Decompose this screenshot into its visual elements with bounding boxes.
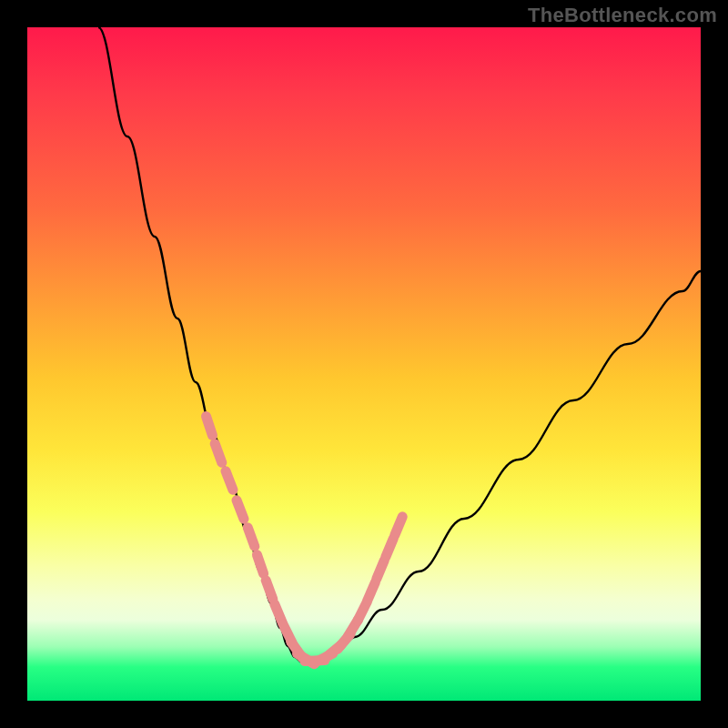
marker-dash	[226, 471, 233, 490]
marker-dash	[248, 528, 255, 547]
marker-dash	[395, 517, 402, 535]
curve-layer	[27, 27, 701, 701]
chart-container: TheBottleneck.com	[0, 0, 728, 728]
marker-dash	[386, 539, 393, 557]
marker-dash	[237, 500, 244, 520]
marker-dash	[368, 582, 376, 601]
plot-area	[27, 27, 701, 701]
marker-dash	[257, 555, 263, 574]
marker-dash	[215, 444, 222, 463]
marker-group	[207, 417, 403, 664]
marker-dash	[377, 561, 384, 579]
marker-dash	[207, 417, 213, 436]
marker-dash	[266, 581, 273, 600]
watermark-text: TheBottleneck.com	[528, 4, 717, 27]
main-curve-path	[98, 27, 701, 662]
